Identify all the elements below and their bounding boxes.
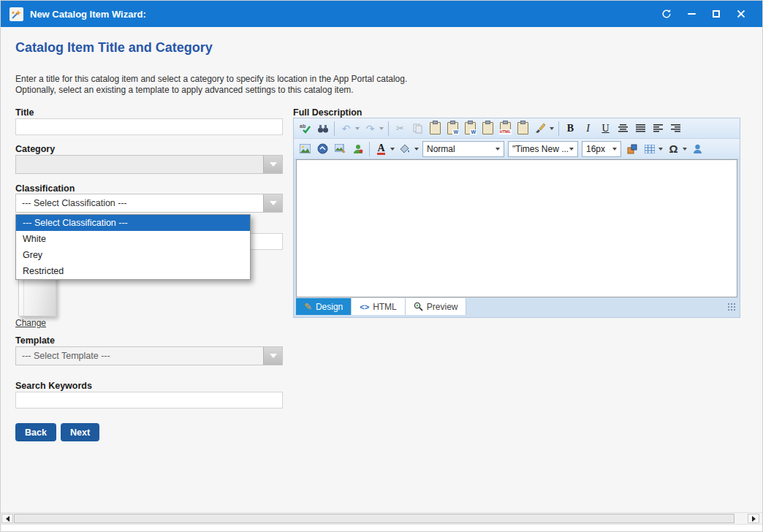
editor-resize-grip[interactable]	[727, 303, 735, 311]
template-label: Template	[15, 335, 55, 346]
tab-preview[interactable]: Preview	[406, 298, 467, 315]
document-manager-button[interactable]	[314, 141, 331, 157]
special-character-caret[interactable]	[683, 148, 687, 151]
format-stripper-button[interactable]	[532, 121, 549, 137]
copy-button[interactable]	[409, 121, 426, 137]
font-name-select[interactable]: "Times New ...	[508, 141, 578, 157]
template-dropdown-button[interactable]	[263, 347, 282, 365]
full-description-label: Full Description	[293, 107, 362, 118]
classification-option[interactable]: White	[16, 231, 250, 247]
paste-as-html-button[interactable]: HTML	[497, 121, 514, 137]
editor-toolbar-row-2: A Normal "Times New ... 16px Ω	[294, 139, 740, 159]
classification-dropdown-button[interactable]	[263, 194, 282, 212]
title-input[interactable]	[15, 118, 283, 135]
foreground-color-caret[interactable]	[390, 148, 395, 151]
classification-dropdown[interactable]: --- Select Classification ---	[15, 194, 283, 213]
image-icon	[300, 144, 311, 153]
pencil-icon: ✎	[304, 301, 312, 312]
tab-design-label: Design	[316, 302, 343, 312]
page-title: Catalog Item Title and Category	[15, 40, 213, 56]
foreground-color-button[interactable]: A	[373, 141, 390, 157]
search-keywords-input[interactable]	[15, 392, 283, 408]
redo-menu-caret[interactable]	[379, 127, 384, 130]
align-right-button[interactable]	[667, 121, 684, 137]
close-icon	[737, 10, 745, 18]
align-center-icon	[618, 124, 628, 132]
editor-mode-tabs: ✎ Design <> HTML Preview	[296, 298, 737, 315]
redo-button[interactable]: ↷	[362, 121, 379, 137]
window-title: New Catalog Item Wizard:	[30, 9, 146, 20]
bold-button[interactable]: B	[562, 121, 579, 137]
maximize-button[interactable]	[704, 3, 729, 25]
svg-text:ab: ab	[300, 123, 305, 129]
next-button[interactable]: Next	[61, 423, 99, 441]
close-button[interactable]	[729, 3, 753, 25]
back-button[interactable]: Back	[15, 423, 56, 441]
tab-html[interactable]: <> HTML	[352, 298, 406, 315]
category-dropdown-button[interactable]	[263, 156, 282, 173]
paste-from-word-button[interactable]: W	[444, 121, 461, 137]
snippet-person-icon	[693, 144, 702, 154]
search-keywords-label: Search Keywords	[15, 381, 92, 391]
refresh-button[interactable]	[654, 3, 679, 25]
scrollbar-thumb[interactable]	[14, 514, 734, 523]
italic-button[interactable]: I	[580, 121, 596, 137]
toolbar-separator	[334, 121, 335, 136]
undo-button[interactable]: ↶	[338, 121, 354, 137]
paste-plain-text-button[interactable]	[479, 121, 496, 137]
background-color-button[interactable]	[397, 141, 414, 157]
scroll-right-button[interactable]	[748, 514, 759, 523]
spellcheck-button[interactable]: ab	[297, 121, 314, 137]
align-right-icon	[671, 124, 680, 132]
description-line-2: Optionally, select an existing a templat…	[15, 85, 407, 96]
special-character-button[interactable]: Ω	[665, 141, 682, 157]
minimize-button[interactable]	[679, 3, 704, 25]
font-name-value: "Times New ...	[512, 144, 569, 154]
align-center-button[interactable]	[615, 121, 631, 137]
paste-from-word-icon: W	[447, 122, 458, 134]
find-replace-button[interactable]	[314, 121, 331, 137]
justify-button[interactable]	[632, 121, 649, 137]
chevron-down-icon	[612, 148, 617, 151]
classification-option[interactable]: Grey	[16, 247, 250, 263]
editor-content-area[interactable]	[296, 159, 737, 297]
media-manager-button[interactable]	[332, 141, 349, 157]
background-color-caret[interactable]	[414, 148, 419, 151]
undo-menu-caret[interactable]	[355, 127, 360, 130]
font-size-value: 16px	[586, 144, 605, 154]
cut-button[interactable]: ✂	[392, 121, 409, 137]
classification-option[interactable]: Restricted	[16, 263, 250, 279]
insert-table-button[interactable]	[641, 141, 658, 157]
preview-magnifier-icon	[414, 302, 423, 311]
format-stripper-caret[interactable]	[550, 127, 554, 130]
paste-html-button[interactable]	[515, 121, 531, 137]
toolbar-separator	[369, 142, 370, 156]
horizontal-scrollbar[interactable]	[1, 512, 763, 525]
tab-design[interactable]: ✎ Design	[296, 298, 352, 315]
css-class-icon	[627, 144, 637, 154]
font-color-icon: A	[377, 143, 384, 155]
arrow-right-icon	[752, 516, 756, 522]
paste-html-icon	[517, 122, 528, 134]
change-image-link[interactable]: Change	[15, 318, 46, 328]
scroll-left-button[interactable]	[1, 514, 13, 523]
align-left-button[interactable]	[650, 121, 667, 137]
paste-button[interactable]	[427, 121, 444, 137]
font-size-select[interactable]: 16px	[582, 141, 621, 157]
template-value: --- Select Template ---	[22, 351, 110, 361]
css-class-button[interactable]	[623, 141, 640, 157]
template-dropdown[interactable]: --- Select Template ---	[15, 346, 283, 365]
paragraph-style-select[interactable]: Normal	[422, 141, 504, 157]
title-label: Title	[15, 107, 34, 118]
classification-option[interactable]: --- Select Classification ---	[16, 215, 250, 231]
paste-from-word-strip-font-button[interactable]: W	[462, 121, 479, 137]
category-dropdown[interactable]	[15, 155, 283, 174]
minimize-icon	[688, 13, 696, 15]
insert-snippet-button[interactable]	[689, 141, 706, 157]
editor-toolbar-row-1: ab ↶ ↷ ✂ W W HTML B I	[294, 118, 740, 139]
image-manager-button[interactable]	[297, 141, 314, 157]
template-manager-button[interactable]	[349, 141, 366, 157]
underline-button[interactable]: U	[597, 121, 614, 137]
underline-icon: U	[601, 123, 609, 134]
insert-table-caret[interactable]	[658, 148, 663, 151]
